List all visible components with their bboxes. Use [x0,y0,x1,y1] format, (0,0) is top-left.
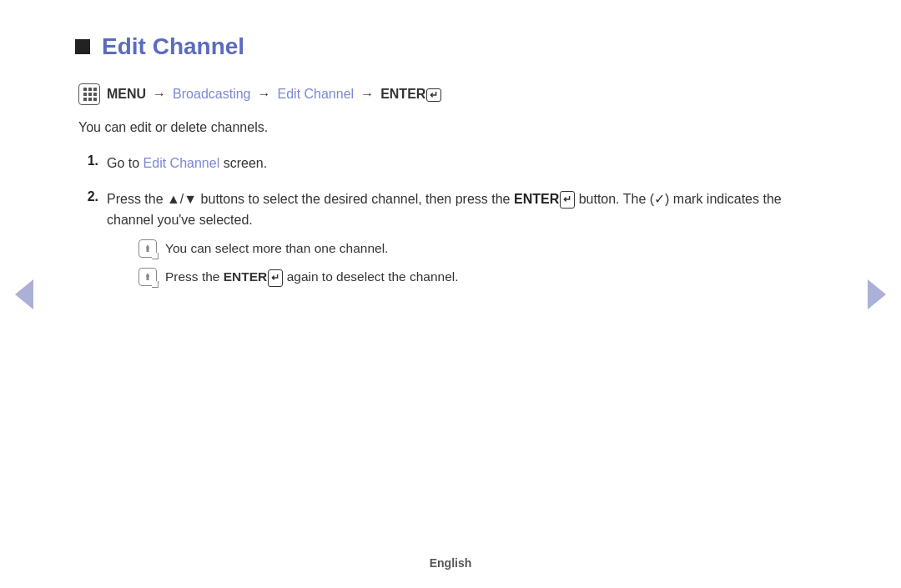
note-icon-1 [138,239,157,258]
nav-right-button[interactable] [868,279,886,309]
breadcrumb-edit-channel[interactable]: Edit Channel [278,87,355,102]
nav-left-button[interactable] [15,279,33,309]
note-item-1: You can select more than one channel. [138,239,826,259]
breadcrumb-arrow-1: → [153,87,166,102]
step-list: 1. Go to Edit Channel screen. 2. Press t… [78,153,826,295]
breadcrumb-arrow-3: → [360,87,374,102]
breadcrumb-enter: ENTER↵ [380,87,441,102]
breadcrumb: MENU → Broadcasting → Edit Channel → ENT… [78,83,826,105]
title-row: Edit Channel [75,33,826,60]
svg-rect-0 [147,249,149,252]
note-text-2: Press the ENTER↵ again to deselect the c… [165,267,459,287]
note2-enter-icon: ↵ [268,269,283,287]
title-square-icon [75,39,90,54]
page-container: Edit Channel MENU → Broadcasting → Edit … [0,0,901,588]
step2-enter-bold: ENTER↵ [514,192,575,206]
step-number-2: 2. [78,189,98,204]
footer-language: English [430,556,472,570]
description-text: You can edit or delete channels. [78,120,826,135]
note2-enter-bold: ENTER↵ [224,269,284,284]
page-title: Edit Channel [102,33,244,60]
breadcrumb-arrow-2: → [258,87,271,102]
svg-rect-1 [147,277,149,280]
breadcrumb-menu: MENU [107,87,146,102]
step-item-2: 2. Press the ▲/▼ buttons to select the d… [78,189,826,296]
step-text-1: Go to Edit Channel screen. [107,153,267,174]
step-number-1: 1. [78,153,98,168]
note-icon-2 [138,268,157,286]
breadcrumb-broadcasting[interactable]: Broadcasting [173,87,250,102]
menu-icon [78,83,100,105]
enter-icon: ↵ [426,88,441,102]
step-item-1: 1. Go to Edit Channel screen. [78,153,826,174]
step-text-2: Press the ▲/▼ buttons to select the desi… [107,192,782,227]
step1-link[interactable]: Edit Channel [143,156,220,170]
note-item-2: Press the ENTER↵ again to deselect the c… [138,267,826,287]
step2-enter-icon: ↵ [560,191,575,209]
note-list: You can select more than one channel. Pr… [138,239,826,287]
note-text-1: You can select more than one channel. [165,239,388,259]
